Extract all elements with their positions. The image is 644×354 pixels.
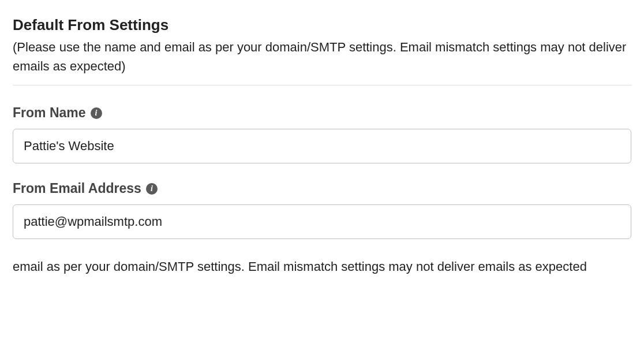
section-subtitle: (Please use the name and email as per yo… [13, 38, 631, 76]
info-icon[interactable]: i [91, 107, 102, 119]
from-name-label: From Name [13, 105, 86, 121]
from-email-label: From Email Address [13, 181, 141, 196]
section-divider [13, 85, 631, 85]
section-title: Default From Settings [13, 16, 631, 34]
from-email-input[interactable] [13, 204, 631, 239]
info-icon[interactable]: i [146, 183, 158, 195]
from-email-label-row: From Email Address i [13, 181, 631, 196]
from-name-label-row: From Name i [13, 105, 631, 121]
helper-text: email as per your domain/SMTP settings. … [13, 256, 631, 277]
from-name-input[interactable] [13, 129, 631, 163]
from-email-field: From Email Address i [13, 181, 631, 239]
from-name-field: From Name i [13, 105, 631, 163]
